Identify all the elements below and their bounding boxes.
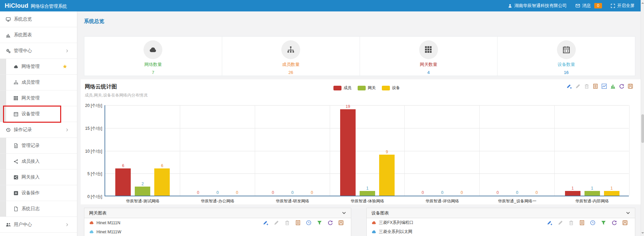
row-toolbar [263,220,346,226]
stat-card-icon-circle [419,40,438,59]
toolbar-bar-chart-icon[interactable] [610,83,616,89]
sidebar-item-12[interactable]: 系统日志 [0,201,77,217]
grid-icon [13,96,18,101]
list-item[interactable]: 三菱FX系列编程口 [367,218,635,227]
list-item[interactable]: 三菱全系列以太网 [367,227,635,236]
row-pencil-icon[interactable] [274,220,279,226]
cloud-icon [89,220,94,225]
legend-label: 设备 [392,85,400,91]
toolbar-doc-icon[interactable] [593,83,598,89]
gridline-h [105,173,629,174]
list-item[interactable]: Hinet M111N [84,218,351,227]
legend-item-设备[interactable]: 设备 [382,85,400,91]
sidebar-item-2[interactable]: 管理中心 [0,43,77,59]
gridline-h [105,105,629,106]
fullscreen-label: 开启全屏 [617,3,635,9]
stat-card-icon-circle [557,40,576,59]
file-blank-icon [13,206,18,211]
sidebar-item-1[interactable]: 系统图表 [0,27,77,43]
x-axis-category-label: 华辰智通-体验网络 [330,198,405,204]
stat-card-icon-circle [144,40,162,59]
toolbar-trash-icon[interactable] [584,83,590,89]
brand-subtitle: 网络综合管理系统 [31,3,67,9]
toolbar-save-icon[interactable] [628,83,633,89]
sidebar-item-7[interactable]: 操作记录 [0,122,77,138]
row-clock-icon[interactable] [306,220,312,226]
chart-title: 网络云统计图 [85,83,117,90]
gridline-v [629,105,630,196]
row-pencil-plus-icon[interactable] [263,220,269,226]
sidebar-item-13[interactable]: 用户中心 [0,217,77,233]
chevron-right-icon [65,223,69,227]
stat-card-label: 设备数量 [497,62,635,68]
main-content: 系统总览 网络数量7成员数量26网关数量4设备数量16 网络云统计图 成员,网关… [77,11,641,236]
legend-swatch [358,86,366,90]
sidebar-item-label: 系统图表 [14,32,32,38]
stat-card-label: 网关数量 [360,62,497,68]
monitor-icon [6,17,11,22]
stat-card-0: 网络数量7 [84,37,222,76]
history-icon [6,127,11,132]
sidebar-item-11[interactable]: 设备操作 [0,185,77,201]
company-name: 湖南华辰智通科技有限公司 [514,3,567,9]
gridline-v [554,105,555,196]
sidebar-item-3[interactable]: 网络管理 [0,59,77,75]
bar-value-label: 0 [305,190,319,195]
row-refresh-icon[interactable] [327,220,333,226]
scrollbar-down-arrow[interactable] [641,232,644,235]
legend-item-成员[interactable]: 成员 [333,85,352,91]
row-doc-icon[interactable] [579,220,585,226]
row-save-icon[interactable] [338,220,344,226]
scrollbar-thumb[interactable] [641,114,644,143]
sitemap-icon [13,80,18,85]
x-axis-category-label: 华辰智通-内部网络 [555,198,630,204]
list-item-label: Hinet M111N [96,221,120,225]
bar-设备-0 [154,168,170,196]
panel-header-0[interactable]: 网关图表 [84,208,351,218]
row-refresh-icon[interactable] [611,220,617,226]
bar-chart-plot: 0 [个/台]5 [个/台]10 [个/台]15 [个/台]20 [个/台]62… [105,105,629,196]
sidebar-item-0[interactable]: 系统总览 [0,11,77,27]
scrollbar-up-arrow[interactable] [641,1,644,4]
page-scrollbar[interactable] [641,0,644,236]
row-filter-icon[interactable] [317,220,322,226]
bar-value-label: 0 [435,190,450,195]
chart-subtitle: 成员,网关,设备在各网络内分布情况 [85,92,148,98]
legend-item-网关[interactable]: 网关 [358,85,376,91]
row-save-icon[interactable] [622,220,628,226]
row-trash-icon[interactable] [284,220,290,226]
toolbar-pencil-icon[interactable] [575,83,581,89]
sidebar-item-label: 系统总览 [14,16,32,22]
sidebar-item-4[interactable]: 成员管理 [0,75,77,90]
sidebar-item-9[interactable]: 成员接入 [0,154,77,169]
sidebar-item-10[interactable]: 网关接入 [0,169,77,185]
stat-card-1: 成员数量26 [222,37,360,76]
toolbar-refresh-icon[interactable] [619,83,625,89]
bar-设备-6 [604,191,619,196]
panel-header-1[interactable]: 设备图表 [367,208,635,218]
cloud-icon [371,220,376,225]
toolbar-line-chart-icon[interactable] [601,83,607,89]
toolbar-pencil-plus-icon[interactable] [566,83,572,89]
bar-成员-6 [565,191,580,196]
sidebar-item-label: 成员接入 [22,158,40,164]
row-trash-icon[interactable] [568,220,574,226]
top-navbar: HiCloud 网络综合管理系统 湖南华辰智通科技有限公司 消息 0 开启全屏 [0,0,644,11]
row-doc-icon[interactable] [295,220,301,226]
row-clock-icon[interactable] [590,220,596,226]
bar-value-label: 0 [266,190,280,195]
row-pencil-icon[interactable] [558,220,563,226]
sidebar-item-8[interactable]: 管理记录 [0,138,77,154]
sidebar-item-label: 成员管理 [22,79,40,85]
company-menu[interactable]: 湖南华辰智通科技有限公司 [508,3,567,9]
row-pencil-plus-icon[interactable] [547,220,553,226]
messages-label: 消息 [582,3,591,9]
bar-网关-6 [585,191,600,196]
row-filter-icon[interactable] [601,220,606,226]
sidebar-item-6[interactable]: 设备管理 [0,106,77,122]
fullscreen-button[interactable]: 开启全屏 [611,3,635,9]
messages-button[interactable]: 消息 0 [575,3,602,9]
sidebar-item-label: 操作记录 [14,127,32,133]
sidebar-item-5[interactable]: 网关管理 [0,90,77,106]
list-item[interactable]: Hinet M111W [84,227,351,236]
